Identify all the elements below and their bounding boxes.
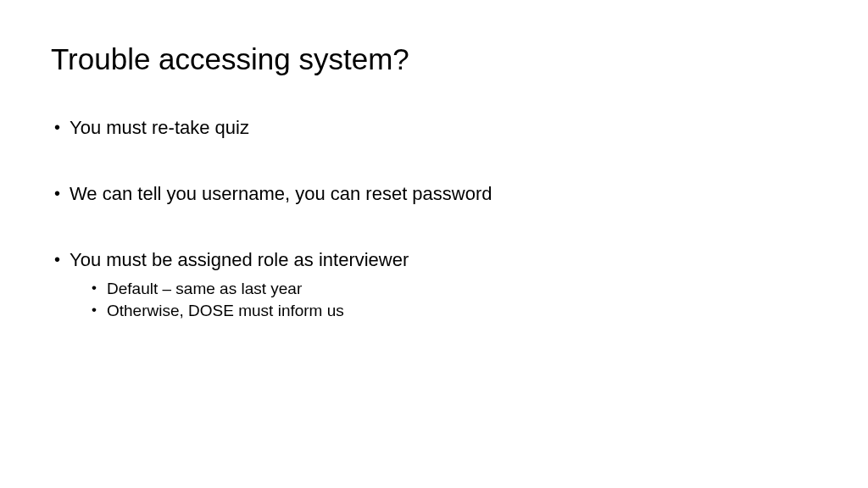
list-item: Default – same as last year (92, 280, 817, 298)
slide: Trouble accessing system? You must re-ta… (0, 0, 868, 488)
sub-bullet-list: Default – same as last year Otherwise, D… (70, 280, 817, 320)
bullet-text: We can tell you username, you can reset … (70, 183, 492, 204)
list-item: You must be assigned role as interviewer… (54, 249, 817, 320)
slide-title: Trouble accessing system? (51, 42, 817, 76)
bullet-text: You must be assigned role as interviewer (70, 249, 409, 270)
sub-bullet-text: Otherwise, DOSE must inform us (107, 302, 344, 319)
bullet-list: You must re-take quiz We can tell you us… (54, 117, 817, 320)
slide-content: You must re-take quiz We can tell you us… (51, 117, 817, 320)
list-item: You must re-take quiz (54, 117, 817, 139)
sub-bullet-text: Default – same as last year (107, 280, 302, 297)
list-item: We can tell you username, you can reset … (54, 183, 817, 205)
bullet-text: You must re-take quiz (70, 117, 249, 138)
list-item: Otherwise, DOSE must inform us (92, 302, 817, 320)
